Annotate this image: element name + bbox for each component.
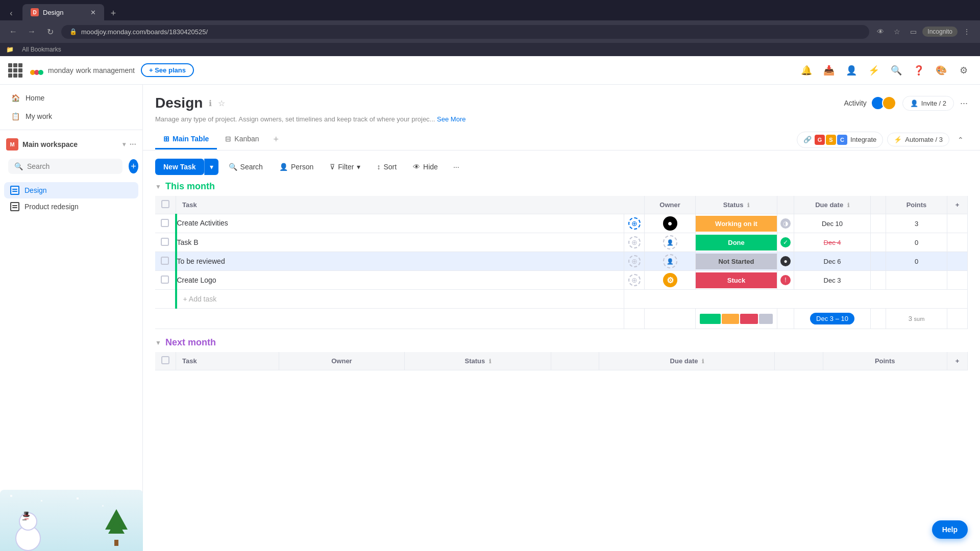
hide-button[interactable]: 👁 Hide: [407, 160, 444, 174]
theme-icon[interactable]: 🎨: [933, 62, 949, 79]
task-check-icon-1[interactable]: ✓: [234, 218, 244, 229]
automate-button[interactable]: ⚡ Automate / 3: [887, 133, 949, 146]
board-star-icon[interactable]: ☆: [218, 98, 225, 108]
help-button[interactable]: Help: [932, 520, 968, 539]
invite-people-icon[interactable]: 👤: [843, 62, 860, 79]
app-layout: monday work management + See plans 🔔 📥 👤…: [0, 56, 980, 551]
sidebar-board-design[interactable]: Design: [4, 182, 138, 198]
sidebar-search-input[interactable]: [27, 162, 116, 170]
notifications-icon[interactable]: 🔔: [798, 62, 815, 79]
workspace-name: Main workspace: [22, 140, 78, 148]
group-next-month: ▼ Next month Task: [155, 337, 968, 370]
task-add-person-4[interactable]: ⊕: [624, 271, 645, 290]
see-more-link[interactable]: See More: [437, 115, 465, 123]
eye-off-icon[interactable]: 👁: [873, 24, 888, 39]
search-button[interactable]: 🔍 Search: [223, 160, 269, 174]
add-task-label[interactable]: + Add task: [176, 290, 624, 309]
group-title-this-month[interactable]: This month: [165, 181, 215, 192]
group-collapse-icon[interactable]: ▼: [155, 183, 161, 190]
back-button[interactable]: ←: [6, 24, 20, 39]
row-checkbox-2[interactable]: [155, 233, 176, 252]
reload-button[interactable]: ↻: [43, 24, 57, 39]
board-info-icon[interactable]: ℹ: [209, 98, 212, 108]
group-collapse-icon-next[interactable]: ▼: [155, 339, 161, 346]
checkbox-input-1[interactable]: [161, 219, 169, 227]
sidebar-add-button[interactable]: +: [129, 159, 138, 173]
collapse-button[interactable]: ⌃: [953, 133, 968, 147]
row-checkbox-3[interactable]: [155, 252, 176, 271]
workspace-header[interactable]: M Main workspace ▾ ···: [0, 134, 142, 155]
search-header-icon[interactable]: 🔍: [888, 62, 904, 79]
header-checkbox-input[interactable]: [161, 200, 169, 208]
header-task: Task: [176, 196, 645, 214]
see-plans-button[interactable]: + See plans: [141, 63, 194, 77]
search-btn-label: Search: [240, 163, 263, 171]
owner-cell-1[interactable]: ●: [645, 214, 696, 233]
tab-main-table[interactable]: ⊞ Main Table: [155, 130, 217, 149]
add-subscriber-icon-4[interactable]: ⊕: [628, 274, 641, 286]
status-icon-4: !: [780, 275, 791, 285]
invite-button[interactable]: 👤 Invite / 2: [902, 96, 954, 111]
forward-button[interactable]: →: [24, 24, 39, 39]
header-add-col-next[interactable]: +: [947, 352, 968, 370]
tab-back-icon[interactable]: ‹: [4, 6, 18, 20]
sort-button[interactable]: ↕ Sort: [371, 160, 403, 174]
help-header-icon[interactable]: ❓: [911, 62, 927, 79]
tab-close-icon[interactable]: ✕: [90, 9, 96, 16]
sidebar-search-box[interactable]: 🔍: [8, 159, 122, 174]
points-sum-value: 3: [909, 315, 912, 322]
checkbox-input-4[interactable]: [161, 276, 169, 284]
toolbar-more-button[interactable]: ···: [448, 160, 464, 174]
status-cell-2[interactable]: Done: [696, 233, 777, 252]
status-cell-1[interactable]: Working on it: [696, 214, 777, 233]
nav-actions: 👁 ☆ ▭ Incognito ⋮: [873, 24, 974, 39]
add-subscriber-icon-1[interactable]: ⊕: [628, 217, 641, 230]
new-tab-button[interactable]: +: [106, 6, 120, 20]
sidebar-item-mywork[interactable]: 📋 My work: [4, 107, 138, 126]
header-add-col[interactable]: +: [947, 196, 968, 214]
checkbox-input-2[interactable]: [161, 238, 169, 246]
add-subscriber-icon-3[interactable]: ⊕: [628, 255, 641, 267]
workspace-more-icon[interactable]: ···: [130, 140, 136, 149]
add-subscriber-icon-2[interactable]: ⊕: [628, 236, 641, 248]
owner-cell-4[interactable]: ⚙: [645, 271, 696, 290]
row-checkbox-1[interactable]: [155, 214, 176, 233]
integrations-icon[interactable]: ⚡: [866, 62, 882, 79]
settings-icon[interactable]: ⚙: [955, 62, 972, 79]
person-button[interactable]: 👤 Person: [273, 160, 320, 174]
star-icon[interactable]: ☆: [890, 24, 904, 39]
header-checkbox-input-next[interactable]: [161, 356, 169, 364]
task-add-person-2[interactable]: ⊕: [624, 233, 645, 252]
owner-cell-2[interactable]: 👤: [645, 233, 696, 252]
group-title-next-month[interactable]: Next month: [165, 337, 216, 348]
header-checkbox[interactable]: [155, 196, 176, 214]
inbox-icon[interactable]: 📥: [821, 62, 837, 79]
snowflake3: [77, 497, 79, 499]
row-checkbox-4[interactable]: [155, 271, 176, 290]
new-task-dropdown-button[interactable]: ▾: [204, 159, 218, 175]
sidebar-item-home[interactable]: 🏠 Home: [4, 89, 138, 107]
sidebar-board-product-redesign[interactable]: Product redesign: [4, 198, 138, 215]
task-add-person-1[interactable]: ⊕: [624, 214, 645, 233]
tablet-icon[interactable]: ▭: [906, 24, 920, 39]
new-task-button[interactable]: New Task: [155, 159, 204, 175]
address-bar[interactable]: 🔒 moodjoy.monday.com/boards/1830420525/: [61, 25, 869, 39]
more-icon[interactable]: ⋮: [960, 24, 974, 39]
board-more-icon[interactable]: ···: [960, 98, 968, 109]
owner-cell-3[interactable]: 👤: [645, 252, 696, 271]
add-task-row[interactable]: + Add task: [155, 290, 968, 309]
status-cell-3[interactable]: Not Started: [696, 252, 777, 271]
browser-tab-design[interactable]: D Design ✕: [22, 4, 104, 20]
task-add-person-3[interactable]: ⊕: [624, 252, 645, 271]
activity-button[interactable]: Activity: [844, 96, 896, 110]
filter-button[interactable]: ⊽ Filter ▾: [324, 160, 366, 174]
header-checkbox-next[interactable]: [155, 352, 176, 370]
add-view-button[interactable]: +: [267, 129, 285, 150]
sidebar-board-design-label: Design: [24, 186, 47, 194]
status-cell-4[interactable]: Stuck: [696, 271, 777, 290]
summary-row: Dec 3 – 10 3 sum: [155, 309, 968, 329]
integrate-button[interactable]: 🔗 G S C Integrate: [797, 132, 883, 148]
grid-menu-icon[interactable]: [8, 63, 22, 78]
checkbox-input-3[interactable]: [161, 257, 169, 265]
tab-kanban[interactable]: ⊟ Kanban: [217, 130, 267, 149]
